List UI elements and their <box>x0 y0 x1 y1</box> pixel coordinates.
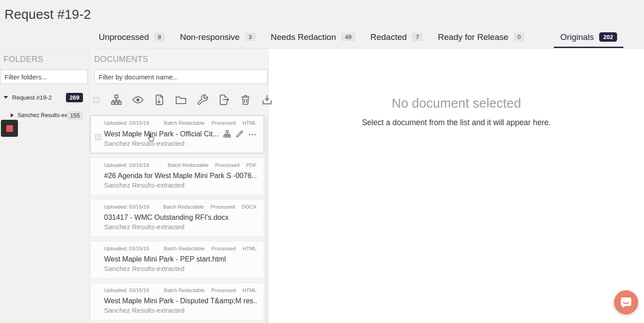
tag-batch-redactable: Batch Redactable <box>164 246 205 251</box>
document-list-scrollbar[interactable] <box>265 116 268 323</box>
pencil-icon[interactable] <box>235 130 244 138</box>
viewer-empty-subtitle: Select a document from the list and it w… <box>269 118 644 127</box>
tab-count-badge: 3 <box>245 33 255 41</box>
document-title[interactable]: West Maple Mini Park - Disputed T&amp;M … <box>104 297 257 305</box>
document-card[interactable]: Uploaded: 03/15/19 Batch Redactable Proc… <box>90 283 264 320</box>
tab-label: Originals <box>560 32 594 42</box>
tab-label: Needs Redaction <box>271 32 336 42</box>
header: Request #19-2 Unprocessed 8 Non-responsi… <box>0 0 644 48</box>
tab-count-badge: 49 <box>341 33 355 41</box>
folder-count-badge: 269 <box>66 93 83 102</box>
eye-icon[interactable] <box>132 94 144 106</box>
tag-filetype: HTML <box>243 288 257 293</box>
folders-panel: FOLDERS Request #19-2 269 Sanchez Result… <box>0 49 90 323</box>
tab-originals[interactable]: Originals 202 <box>554 27 623 48</box>
folder-icon[interactable] <box>175 94 187 106</box>
tag-batch-redactable: Batch Redactable <box>164 120 205 126</box>
sitemap-icon[interactable] <box>223 130 231 138</box>
tag-processed: Processed <box>211 288 235 293</box>
document-folder: Sanchez Results-extracted <box>104 306 257 314</box>
tab-count-badge: 0 <box>514 33 524 41</box>
tag-processed: Processed <box>211 246 235 251</box>
document-title[interactable]: 031417 - WMC Outstanding RFI's.docx <box>104 214 257 222</box>
sitemap-icon[interactable] <box>110 94 122 106</box>
chat-bubble-icon <box>620 296 632 309</box>
document-card[interactable]: Uploaded: 03/15/19 Batch Redactable Proc… <box>90 241 264 279</box>
status-tab-bar: Unprocessed 8 Non-responsive 3 Needs Red… <box>98 27 623 48</box>
tag-batch-redactable: Batch Redactable <box>168 162 209 168</box>
document-card[interactable]: Uploaded: 03/15/19 Batch Redactable Proc… <box>90 157 264 195</box>
folder-tree: Request #19-2 269 Sanchez Results-ext...… <box>0 91 89 122</box>
document-title[interactable]: #26 Agenda for West Maple Mini Park S -0… <box>104 172 257 180</box>
page-title: Request #19-2 <box>4 7 91 22</box>
select-all-checkbox[interactable] <box>93 97 99 103</box>
tag-filetype: HTML <box>243 120 257 126</box>
uploaded-date: Uploaded: 03/15/19 <box>104 288 149 293</box>
tab-needs-redaction[interactable]: Needs Redaction 49 <box>270 27 356 48</box>
tab-label: Unprocessed <box>99 32 149 42</box>
tag-batch-redactable: Batch Redactable <box>164 288 205 293</box>
tab-label: Non-responsive <box>180 32 239 42</box>
document-folder: Sanchez Results-extracted <box>104 223 257 231</box>
uploaded-date: Uploaded: 03/15/19 <box>104 204 149 210</box>
tab-unprocessed[interactable]: Unprocessed 8 <box>98 27 165 48</box>
recording-stop-button[interactable] <box>1 120 18 137</box>
tab-redacted[interactable]: Redacted 7 <box>370 27 424 48</box>
tab-count-badge: 8 <box>154 33 165 41</box>
tag-filetype: HTML <box>243 246 257 251</box>
documents-panel: DOCUMENTS <box>90 49 268 323</box>
tag-batch-redactable: Batch Redactable <box>163 204 204 210</box>
chevron-right-icon[interactable] <box>11 113 13 118</box>
document-title[interactable]: West Maple Mini Park - PEP start.html <box>104 255 257 263</box>
documents-heading: DOCUMENTS <box>94 55 268 64</box>
download-icon[interactable] <box>261 94 273 106</box>
chat-launcher-button[interactable] <box>614 290 638 314</box>
tag-filetype: PDF <box>246 162 257 168</box>
uploaded-date: Uploaded: 03/15/19 <box>104 120 149 126</box>
uploaded-date: Uploaded: 03/15/19 <box>104 246 149 251</box>
tab-non-responsive[interactable]: Non-responsive 3 <box>179 27 256 48</box>
stop-icon <box>6 125 13 132</box>
ellipsis-icon[interactable] <box>248 130 257 138</box>
trash-icon[interactable] <box>239 94 252 106</box>
wrench-icon[interactable] <box>196 94 209 106</box>
viewer-empty-title: No document selected <box>269 96 644 111</box>
document-folder: Sanchez Results-extracted <box>104 140 257 147</box>
tag-processed: Processed <box>215 162 239 168</box>
folder-label: Request #19-2 <box>12 94 52 101</box>
document-folder: Sanchez Results-extracted <box>104 265 257 272</box>
document-folder: Sanchez Results-extracted <box>104 181 257 189</box>
tab-count-badge: 7 <box>412 33 422 41</box>
tag-filetype: DOCX <box>242 204 257 210</box>
document-checkbox[interactable] <box>95 134 101 140</box>
document-title[interactable]: West Maple Mini Park - Official Cit... <box>104 130 219 138</box>
tab-count-badge: 202 <box>599 32 617 42</box>
document-card[interactable]: Uploaded: 03/15/19 Batch Redactable Proc… <box>90 199 264 237</box>
chevron-down-icon[interactable] <box>4 96 8 99</box>
zip-file-icon[interactable] <box>153 94 165 106</box>
folder-label: Sanchez Results-ext... <box>17 112 67 118</box>
tab-label: Ready for Release <box>438 32 508 42</box>
documents-toolbar <box>93 92 268 107</box>
folder-count-badge: 155 <box>67 111 83 120</box>
folder-row-request[interactable]: Request #19-2 269 <box>0 91 89 104</box>
tab-ready-for-release[interactable]: Ready for Release 0 <box>437 27 525 48</box>
folder-filter-input[interactable] <box>0 70 88 84</box>
file-export-icon[interactable] <box>218 94 230 106</box>
folders-heading: FOLDERS <box>4 55 89 64</box>
tag-processed: Processed <box>210 204 235 210</box>
tab-label: Redacted <box>370 32 407 42</box>
document-viewer-panel: No document selected Select a document f… <box>268 49 644 323</box>
tag-processed: Processed <box>211 120 235 126</box>
document-filter-input[interactable] <box>94 70 268 84</box>
uploaded-date: Uploaded: 03/15/19 <box>104 162 149 168</box>
document-list: Uploaded: 03/15/19 Batch Redactable Proc… <box>90 115 268 320</box>
main-content: FOLDERS Request #19-2 269 Sanchez Result… <box>0 49 644 323</box>
document-card[interactable]: Uploaded: 03/15/19 Batch Redactable Proc… <box>90 115 264 153</box>
